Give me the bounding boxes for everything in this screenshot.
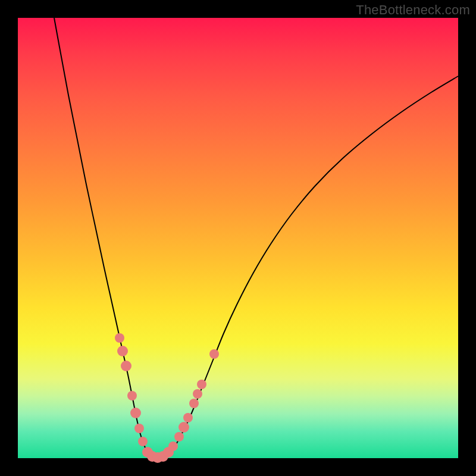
- data-dot: [197, 380, 206, 389]
- data-dot: [138, 437, 148, 446]
- data-dot: [134, 424, 144, 433]
- data-dot: [168, 441, 178, 451]
- data-dot: [117, 346, 128, 356]
- data-dot: [115, 333, 124, 343]
- bottleneck-curve: [54, 18, 458, 458]
- data-dot: [209, 349, 219, 359]
- data-dot: [189, 399, 199, 408]
- chart-svg: [18, 18, 458, 458]
- data-dot: [127, 391, 137, 400]
- chart-plot-area: [18, 18, 458, 458]
- data-dot: [174, 432, 184, 441]
- data-dot: [178, 422, 189, 433]
- watermark-text: TheBottleneck.com: [356, 2, 470, 18]
- data-dot: [130, 408, 141, 418]
- data-dots-group: [115, 333, 219, 463]
- data-dot: [183, 413, 193, 422]
- data-dot: [193, 389, 202, 399]
- data-dot: [121, 361, 131, 371]
